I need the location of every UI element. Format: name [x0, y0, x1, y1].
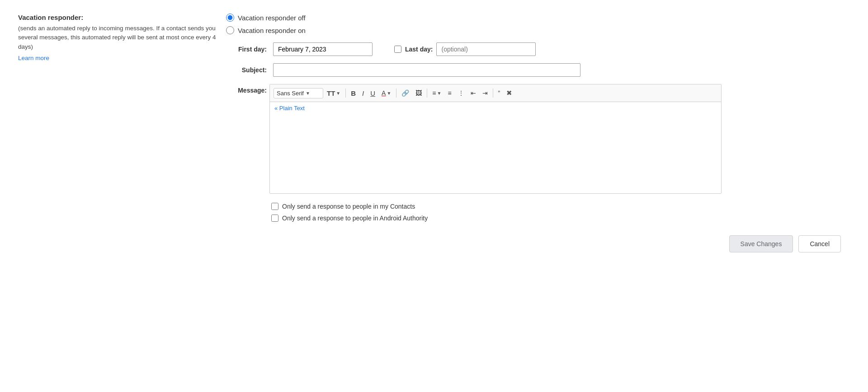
image-icon: 🖼	[415, 89, 422, 97]
last-day-checkbox[interactable]	[394, 46, 401, 53]
italic-icon: I	[362, 89, 364, 97]
ordered-list-button[interactable]: ≡	[445, 88, 454, 98]
indent-more-icon: ⇥	[482, 89, 488, 97]
message-editor-body[interactable]	[270, 114, 721, 193]
radio-off[interactable]	[226, 14, 234, 22]
radio-on-label[interactable]: Vacation responder on	[226, 26, 850, 34]
radio-on-text: Vacation responder on	[238, 27, 306, 34]
section-description: (sends an automated reply to incoming me…	[18, 24, 217, 51]
first-day-label: First day:	[226, 46, 267, 53]
quote-button[interactable]: ”	[495, 88, 503, 98]
radio-off-label[interactable]: Vacation responder off	[226, 14, 850, 22]
quote-icon: ”	[498, 89, 500, 97]
remove-format-icon: ✖	[506, 89, 512, 97]
right-panel: Vacation responder off Vacation responde…	[226, 14, 850, 252]
subject-label: Subject:	[226, 66, 267, 74]
cancel-button[interactable]: Cancel	[798, 235, 841, 252]
font-family-value: Sans Serif	[277, 90, 304, 97]
contacts-checkbox[interactable]	[271, 203, 278, 210]
italic-button[interactable]: I	[359, 88, 367, 99]
bold-icon: B	[351, 89, 356, 97]
align-icon: ≡	[432, 89, 436, 97]
message-section: Message: Sans Serif ▼ TT ▼	[226, 84, 850, 194]
contacts-checkbox-label: Only send a response to people in my Con…	[282, 203, 415, 210]
divider-1	[345, 89, 346, 98]
text-color-button[interactable]: A ▼	[379, 88, 394, 98]
org-checkbox[interactable]	[271, 215, 278, 222]
last-day-label: Last day:	[405, 46, 433, 53]
org-checkbox-label: Only send a response to people in Androi…	[282, 215, 428, 222]
learn-more-link[interactable]: Learn more	[18, 55, 49, 61]
contacts-checkbox-row: Only send a response to people in my Con…	[271, 203, 850, 210]
plain-text-link[interactable]: « Plain Text	[270, 102, 721, 114]
unordered-list-button[interactable]: ⋮	[455, 88, 467, 98]
message-label: Message:	[226, 84, 267, 94]
divider-4	[493, 89, 493, 98]
divider-2	[396, 89, 396, 98]
left-panel: Vacation responder: (sends an automated …	[18, 14, 226, 252]
save-changes-button[interactable]: Save Changes	[729, 235, 793, 252]
bold-button[interactable]: B	[348, 88, 359, 99]
unordered-list-icon: ⋮	[458, 89, 464, 97]
responder-radio-group: Vacation responder off Vacation responde…	[226, 14, 850, 34]
subject-row: Subject:	[226, 63, 850, 77]
message-editor-wrapper: Sans Serif ▼ TT ▼ B I	[269, 84, 722, 194]
vacation-responder-section: Vacation responder: (sends an automated …	[18, 14, 850, 252]
subject-input[interactable]	[273, 63, 580, 77]
editor-toolbar: Sans Serif ▼ TT ▼ B I	[270, 84, 721, 102]
indent-less-button[interactable]: ⇤	[468, 88, 479, 98]
image-button[interactable]: 🖼	[413, 88, 425, 98]
underline-icon: U	[370, 89, 375, 97]
last-day-section: Last day:	[394, 42, 536, 56]
align-chevron-icon: ▼	[437, 91, 442, 96]
underline-button[interactable]: U	[368, 88, 378, 99]
font-size-button[interactable]: TT ▼	[324, 88, 343, 99]
link-button[interactable]: 🔗	[399, 88, 412, 98]
last-day-input[interactable]	[436, 42, 536, 56]
font-family-select[interactable]: Sans Serif ▼	[274, 88, 323, 98]
font-family-chevron-icon: ▼	[306, 91, 310, 96]
font-size-chevron-icon: ▼	[336, 91, 340, 96]
section-title: Vacation responder:	[18, 14, 217, 21]
radio-on[interactable]	[226, 26, 234, 34]
remove-format-button[interactable]: ✖	[504, 87, 515, 99]
indent-less-icon: ⇤	[471, 89, 476, 97]
text-color-chevron-icon: ▼	[387, 91, 391, 96]
ordered-list-icon: ≡	[448, 89, 451, 97]
font-size-label: TT	[327, 89, 335, 97]
divider-3	[427, 89, 427, 98]
org-checkbox-row: Only send a response to people in Androi…	[271, 215, 850, 222]
text-color-icon: A	[382, 89, 386, 97]
date-row: First day: Last day:	[226, 42, 850, 56]
radio-off-text: Vacation responder off	[238, 14, 306, 22]
align-button[interactable]: ≡ ▼	[429, 88, 444, 98]
indent-more-button[interactable]: ⇥	[480, 88, 491, 98]
footer-buttons: Save Changes Cancel	[226, 235, 850, 252]
link-icon: 🔗	[401, 89, 409, 97]
first-day-input[interactable]	[273, 42, 373, 56]
